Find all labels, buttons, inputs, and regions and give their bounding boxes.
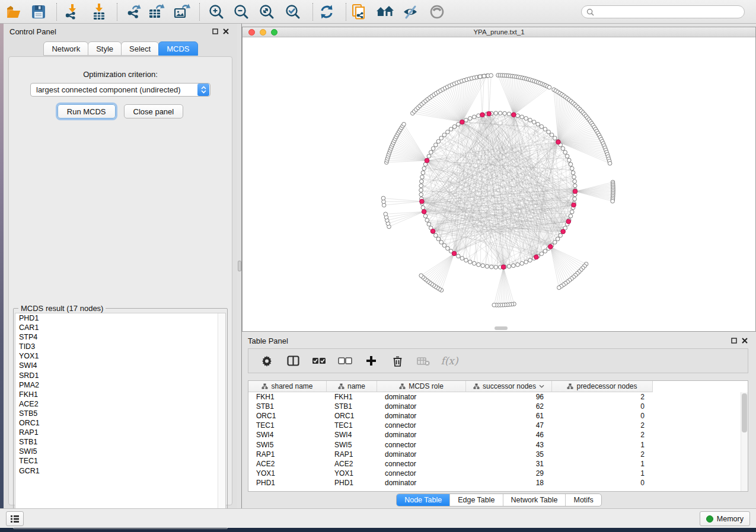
search-input[interactable] (597, 8, 739, 16)
mcds-result-items: PHD1CAR1STP4TID3YOX1SWI4SRD1PMA2FKH1ACE2… (15, 313, 225, 476)
export-image-button[interactable] (171, 1, 193, 23)
close-panel-button[interactable] (221, 26, 231, 37)
tab-style[interactable]: Style (88, 41, 122, 56)
open-session-button[interactable] (3, 1, 24, 23)
column-header-successor-nodes[interactable]: successor nodes (466, 381, 552, 392)
mcds-result-node[interactable]: SWI5 (15, 447, 225, 456)
tab-select[interactable]: Select (121, 41, 159, 56)
mcds-result-node[interactable]: ACE2 (15, 399, 225, 409)
column-header-predecessor-nodes[interactable]: predecessor nodes (552, 381, 653, 392)
export-network-icon (125, 3, 143, 21)
table-cell: SWI4 (327, 431, 377, 439)
table-panel: Table Panel (242, 333, 756, 508)
divider-grip[interactable] (238, 261, 241, 271)
refresh-button[interactable] (316, 1, 337, 23)
tab-motifs[interactable]: Motifs (566, 494, 601, 506)
hide-selected-button[interactable] (400, 1, 421, 23)
document-network-icon (350, 3, 368, 21)
mcds-result-node[interactable]: PHD1 (15, 313, 225, 323)
mcds-result-node[interactable]: SWI4 (15, 361, 225, 370)
run-mcds-button[interactable]: Run MCDS (58, 104, 116, 118)
column-header-shared-name[interactable]: shared name (248, 381, 327, 392)
tab-node-table[interactable]: Node Table (397, 494, 450, 506)
float-panel-button[interactable] (210, 26, 221, 37)
delete-table-button[interactable] (416, 356, 431, 366)
column-header-name[interactable]: name (327, 381, 377, 392)
mcds-result-node[interactable]: SRD1 (15, 371, 225, 380)
maximize-window-icon[interactable] (271, 29, 277, 36)
import-table-button[interactable] (88, 1, 110, 23)
mcds-result-node[interactable]: GCR1 (15, 466, 225, 476)
table-row[interactable]: PHD1PHD1dominator180 (248, 478, 748, 488)
zoom-selected-button[interactable] (282, 1, 304, 23)
node-table[interactable]: shared namenameMCDS rolesuccessor nodesp… (248, 380, 748, 492)
tab-network[interactable]: Network (43, 41, 88, 56)
show-all-button[interactable] (426, 1, 448, 23)
table-row[interactable]: TEC1TEC1connector472 (248, 421, 748, 430)
table-row[interactable]: RAP1RAP1dominator352 (248, 450, 748, 459)
deselect-all-rows-button[interactable] (337, 357, 353, 365)
network-hscrollbar-thumb[interactable] (495, 326, 508, 330)
tab-network-table[interactable]: Network Table (503, 494, 566, 506)
panel-divider[interactable] (237, 24, 242, 508)
float-table-panel-button[interactable] (729, 335, 739, 346)
mcds-result-node[interactable]: RAP1 (15, 428, 225, 437)
table-row[interactable]: STB1STB1dominator620 (248, 402, 748, 411)
table-cell: 61 (466, 412, 552, 420)
table-cell: SWI5 (327, 441, 377, 449)
mcds-result-node[interactable]: TEC1 (15, 456, 225, 466)
network-from-selection-button[interactable] (349, 1, 370, 23)
table-cell: dominator (377, 402, 466, 411)
task-history-button[interactable] (6, 511, 24, 526)
delete-column-button[interactable] (390, 355, 405, 367)
table-cell: TEC1 (248, 421, 327, 430)
table-settings-button[interactable] (259, 355, 275, 367)
table-row[interactable]: YOX1YOX1connector291 (248, 469, 748, 478)
criterion-select[interactable]: largest connected component (undirected) (30, 83, 210, 97)
minimize-window-icon[interactable] (260, 29, 266, 36)
search-field[interactable] (581, 5, 745, 18)
import-network-button[interactable] (62, 1, 83, 23)
zoom-fit-button[interactable] (256, 1, 277, 23)
show-column-panel-button[interactable] (285, 355, 301, 366)
table-scrollbar-thumb[interactable] (742, 393, 747, 432)
mcds-result-node[interactable]: STP4 (15, 332, 225, 342)
mcds-result-node[interactable]: PMA2 (15, 380, 225, 390)
export-network-button[interactable] (123, 1, 145, 23)
network-canvas[interactable] (243, 38, 755, 331)
network-window-title: YPA_prune.txt_1 (473, 28, 524, 36)
network-window-titlebar[interactable]: YPA_prune.txt_1 (243, 27, 755, 37)
function-builder-button[interactable]: f(x) (442, 355, 457, 367)
select-all-rows-button[interactable] (311, 357, 327, 365)
mcds-result-node[interactable]: YOX1 (15, 351, 225, 361)
table-row[interactable]: ORC1ORC1dominator610 (248, 411, 748, 421)
mcds-result-node[interactable]: FKH1 (15, 390, 225, 399)
create-column-button[interactable] (363, 355, 379, 366)
column-header-MCDS-role[interactable]: MCDS role (377, 381, 466, 392)
table-toolbar: f(x) (248, 348, 748, 373)
mcds-result-node[interactable]: STB5 (15, 409, 225, 418)
mcds-result-node[interactable]: ORC1 (15, 418, 225, 428)
close-table-panel-button[interactable] (739, 335, 750, 346)
mcds-list-scrollbar[interactable] (218, 313, 225, 527)
export-table-button[interactable] (146, 1, 167, 23)
table-row[interactable]: SWI5SWI5connector431 (248, 440, 748, 449)
tab-edge-table[interactable]: Edge Table (450, 494, 503, 506)
mcds-result-node[interactable]: CAR1 (15, 323, 225, 332)
close-window-icon[interactable] (248, 29, 255, 36)
mcds-result-node[interactable]: STB1 (15, 437, 225, 447)
zoom-out-button[interactable] (231, 1, 252, 23)
save-session-button[interactable] (28, 1, 49, 23)
mcds-result-list[interactable]: PHD1CAR1STP4TID3YOX1SWI4SRD1PMA2FKH1ACE2… (15, 313, 226, 527)
tab-mcds[interactable]: MCDS (158, 41, 197, 56)
close-panel-action-button[interactable]: Close panel (124, 104, 184, 118)
table-row[interactable]: ACE2ACE2connector311 (248, 459, 748, 469)
table-row[interactable]: SWI4SWI4dominator462 (248, 430, 748, 440)
table-cell: connector (377, 421, 466, 430)
mcds-result-node[interactable]: TID3 (15, 342, 225, 351)
first-neighbors-button[interactable] (374, 1, 395, 23)
zoom-in-button[interactable] (206, 1, 227, 23)
table-cell: SWI5 (248, 441, 327, 449)
memory-button[interactable]: Memory (700, 511, 750, 526)
table-row[interactable]: FKH1FKH1dominator962 (248, 392, 748, 402)
